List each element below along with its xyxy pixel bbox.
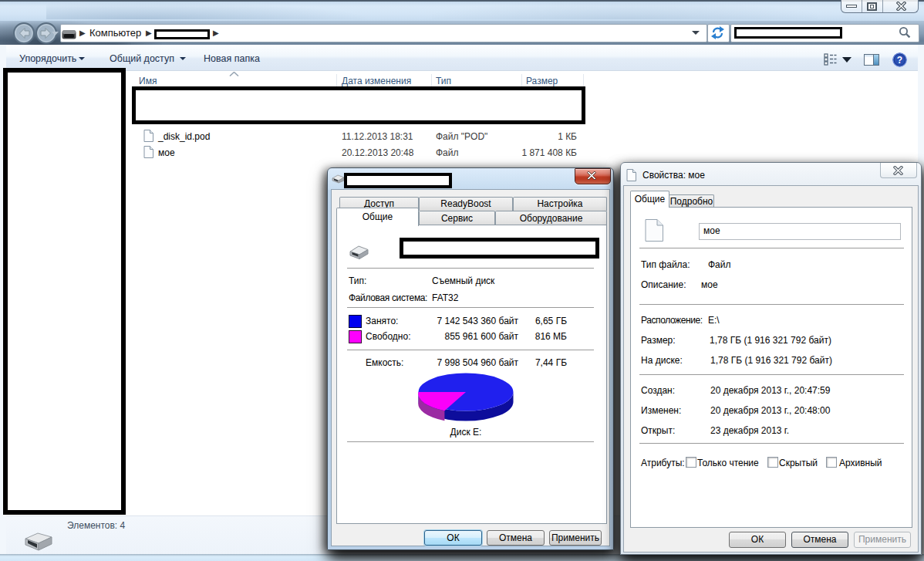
svg-text:?: ? [897, 55, 902, 66]
